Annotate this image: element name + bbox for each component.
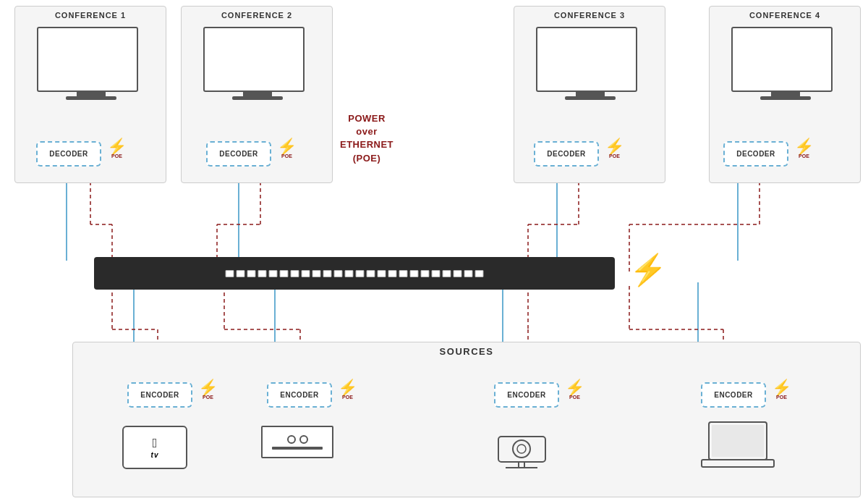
encoder-2: ENCODER	[267, 382, 332, 408]
port-12	[345, 270, 354, 277]
av-receiver	[261, 426, 333, 458]
sources-box: SOURCES ENCODER ⚡ POE  tv ENCODER ⚡ POE	[72, 342, 861, 497]
decoder-2-label: DECODER	[219, 150, 258, 158]
poe-description-label: POWERoverETHERNET(POE)	[340, 112, 393, 165]
encoder-3-label: ENCODER	[507, 391, 546, 399]
decoder-3-label: DECODER	[547, 150, 586, 158]
port-3	[247, 270, 256, 277]
conference-2-label: CONFERENCE 2	[182, 11, 332, 20]
decoder-2: DECODER	[206, 141, 271, 167]
port-19	[421, 270, 430, 277]
port-16	[388, 270, 397, 277]
conference-4-label: CONFERENCE 4	[710, 11, 860, 20]
laptop	[698, 418, 778, 476]
monitor-2	[203, 27, 305, 92]
diagram: CONFERENCE 1 DECODER ⚡ POE CONFERENCE 2 …	[0, 0, 868, 501]
monitor-base-4	[760, 96, 811, 100]
monitor-base-3	[565, 96, 616, 100]
port-20	[432, 270, 441, 277]
switch-ports	[226, 270, 484, 277]
monitor-4	[731, 27, 833, 92]
poe-bolt-encoder-2: ⚡ POE	[338, 380, 357, 400]
poe-bolt-encoder-1: ⚡ POE	[198, 380, 218, 400]
decoder-3: DECODER	[534, 141, 599, 167]
decoder-4-label: DECODER	[736, 150, 775, 158]
svg-rect-42	[519, 462, 524, 468]
port-14	[367, 270, 375, 277]
poe-bolt-decoder-4: ⚡ POE	[794, 139, 814, 159]
conference-1-label: CONFERENCE 1	[15, 11, 166, 20]
port-17	[399, 270, 408, 277]
encoder-2-label: ENCODER	[280, 391, 319, 399]
projector	[491, 422, 563, 472]
port-1	[226, 270, 234, 277]
encoder-1: ENCODER	[127, 382, 192, 408]
network-switch	[94, 257, 615, 290]
port-24	[475, 270, 484, 277]
svg-rect-46	[702, 460, 774, 467]
port-4	[258, 270, 267, 277]
poe-bolt-decoder-2: ⚡ POE	[277, 139, 297, 159]
apple-tv:  tv	[122, 426, 187, 469]
sources-label: SOURCES	[73, 346, 860, 357]
monitor-base-1	[66, 96, 116, 100]
port-11	[334, 270, 343, 277]
encoder-4-label: ENCODER	[714, 391, 753, 399]
monitor-base-2	[232, 96, 283, 100]
port-22	[454, 270, 462, 277]
monitor-1	[37, 27, 138, 92]
encoder-1-label: ENCODER	[140, 391, 179, 399]
port-10	[323, 270, 332, 277]
decoder-4: DECODER	[723, 141, 788, 167]
decoder-1: DECODER	[36, 141, 101, 167]
svg-rect-45	[712, 425, 764, 457]
port-23	[464, 270, 473, 277]
poe-bolt-encoder-3: ⚡ POE	[565, 380, 584, 400]
monitor-3	[536, 27, 637, 92]
port-2	[237, 270, 245, 277]
poe-bolt-decoder-3: ⚡ POE	[605, 139, 624, 159]
conference-3-label: CONFERENCE 3	[514, 11, 665, 20]
switch-bolt: ⚡	[629, 255, 667, 285]
port-6	[280, 270, 289, 277]
port-9	[312, 270, 321, 277]
svg-point-40	[513, 440, 530, 458]
poe-bolt-encoder-4: ⚡ POE	[772, 380, 791, 400]
port-18	[410, 270, 419, 277]
port-5	[269, 270, 278, 277]
poe-bolt-decoder-1: ⚡ POE	[107, 139, 127, 159]
encoder-4: ENCODER	[701, 382, 766, 408]
port-21	[443, 270, 451, 277]
port-13	[356, 270, 365, 277]
encoder-3: ENCODER	[494, 382, 559, 408]
port-7	[291, 270, 299, 277]
port-15	[378, 270, 386, 277]
port-8	[302, 270, 310, 277]
decoder-1-label: DECODER	[49, 150, 88, 158]
svg-point-41	[517, 445, 526, 453]
